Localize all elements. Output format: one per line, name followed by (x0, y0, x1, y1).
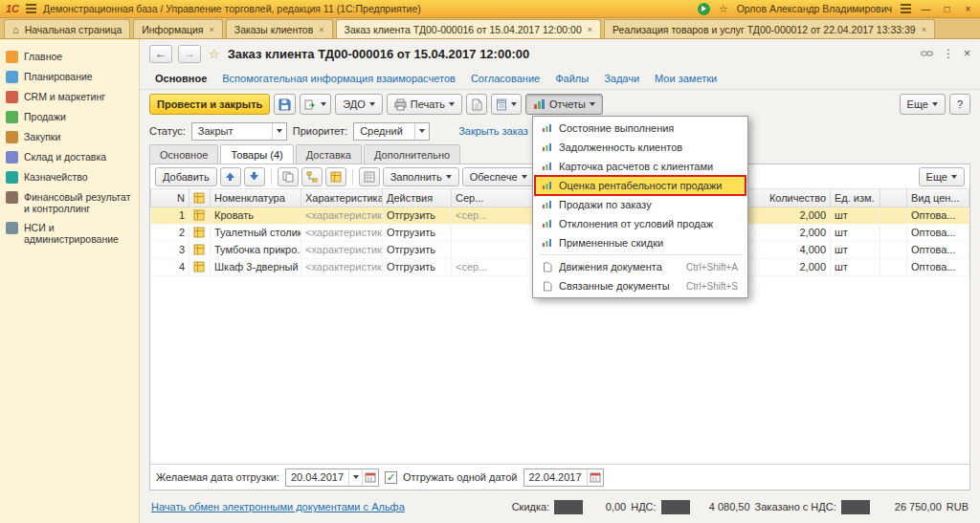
cell-nomenclature[interactable]: Шкаф 3-дверный (211, 258, 301, 275)
table-more-button[interactable]: Еще (919, 167, 965, 186)
col-nomenclature[interactable]: Номенклатура (211, 189, 301, 207)
service-menu-icon[interactable] (901, 4, 911, 13)
more-button[interactable]: Еще (900, 94, 946, 115)
cell-unit[interactable]: шт (831, 258, 880, 275)
cell-series[interactable]: <сер... (452, 207, 538, 224)
cell-quantity[interactable]: 2,000 (746, 258, 831, 275)
col-quantity[interactable]: Количество (746, 189, 831, 207)
menu-item-applied-discounts[interactable]: Примененные скидки (535, 233, 746, 252)
col-series[interactable]: Сер... (452, 189, 538, 207)
current-user[interactable]: Орлов Александр Владимирович (737, 3, 892, 14)
col-characteristic[interactable]: Характеристика (301, 189, 383, 207)
structure-button[interactable] (301, 167, 323, 186)
priority-combo[interactable]: Средний (353, 122, 430, 141)
add-row-button[interactable]: Добавить (155, 167, 217, 186)
grid-settings-button[interactable] (359, 167, 380, 186)
favorites-star-icon[interactable]: ☆ (719, 3, 728, 15)
cell-nomenclature[interactable]: Туалетный столик (211, 224, 301, 241)
sidebar-item-treasury[interactable]: Казначейство (0, 167, 139, 187)
menu-item-sales-by-order[interactable]: Продажи по заказу (535, 195, 746, 214)
cell-number[interactable]: 4 (151, 258, 189, 275)
sidebar-item-main[interactable]: Главное (0, 47, 139, 67)
discussions-icon[interactable] (698, 3, 710, 15)
col-price-type[interactable]: Вид цен... (907, 189, 969, 207)
sidebar-item-finance[interactable]: Финансовый результат и контроллинг (0, 187, 139, 218)
cell-action[interactable]: Отгрузить (383, 207, 452, 224)
navlink-tasks[interactable]: Задачи (604, 73, 639, 84)
edo-button[interactable]: ЭДО (335, 94, 383, 115)
col-row-icon[interactable] (189, 189, 211, 207)
calendar-icon[interactable] (587, 469, 603, 486)
import-table-button[interactable] (325, 167, 346, 186)
sidebar-item-crm[interactable]: CRM и маркетинг (0, 87, 139, 107)
cell-quantity[interactable]: 2,000 (746, 224, 831, 241)
fill-button[interactable]: Заполнить (383, 167, 459, 186)
cell-action[interactable]: Отгрузить (383, 241, 452, 258)
cell-quantity[interactable]: 2,000 (746, 207, 831, 224)
navlink-my-notes[interactable]: Мои заметки (655, 73, 717, 84)
maximize-button[interactable]: □ (941, 4, 953, 14)
cell-series[interactable]: <сер... (452, 258, 538, 275)
menu-item-deviations[interactable]: Отклонения от условий продаж (535, 214, 746, 233)
cell-number[interactable]: 1 (151, 207, 189, 224)
save-button[interactable] (274, 94, 296, 115)
menu-item-document-movements[interactable]: Движения документа Ctrl+Shift+A (535, 257, 746, 276)
move-up-button[interactable] (220, 167, 241, 186)
back-button[interactable]: ← (149, 45, 172, 63)
edi-exchange-link[interactable]: Начать обмен электронными документами с … (151, 501, 405, 512)
tab-sales-td00-000012[interactable]: Реализация товаров и услуг ТД00-000012 о… (604, 19, 935, 38)
close-order-link[interactable]: Закрыть заказ (458, 125, 528, 137)
cell-number[interactable]: 2 (151, 224, 189, 241)
close-form-icon[interactable]: × (964, 47, 970, 60)
cell-price-type[interactable]: Оптова... (907, 241, 969, 258)
navlink-approval[interactable]: Согласование (471, 73, 540, 84)
prices-discounts-button[interactable] (491, 94, 522, 115)
navlink-aux-info[interactable]: Вспомогательная информация взаиморасчето… (222, 73, 456, 84)
dropdown-arrow-icon[interactable] (272, 123, 286, 140)
status-combo[interactable]: Закрыт (191, 122, 287, 141)
single-date-field[interactable]: 22.04.2017 (523, 469, 604, 487)
menu-item-client-debt[interactable]: Задолженность клиентов (535, 138, 746, 157)
cell-action[interactable]: Отгрузить (383, 224, 452, 241)
attachments-button[interactable] (466, 94, 487, 115)
sidebar-item-warehouse[interactable]: Склад и доставка (0, 147, 139, 167)
cell-unit[interactable]: шт (831, 241, 880, 258)
tab-main[interactable]: Основное (149, 144, 218, 163)
cell-number[interactable]: 3 (151, 241, 189, 258)
tab-close-icon[interactable]: × (922, 25, 926, 34)
sidebar-item-planning[interactable]: Планирование (0, 67, 139, 87)
menu-item-sales-profitability[interactable]: Оценка рентабельности продажи (535, 176, 746, 195)
sidebar-item-sales[interactable]: Продажи (0, 107, 139, 127)
sidebar-item-admin[interactable]: НСИ и администрирование (0, 218, 139, 249)
calendar-icon[interactable] (362, 469, 378, 486)
tab-close-icon[interactable]: × (319, 25, 323, 34)
cell-series[interactable] (452, 241, 538, 258)
cell-characteristic[interactable]: <характеристики (301, 258, 383, 275)
dropdown-arrow-icon[interactable] (348, 469, 362, 486)
tab-additional[interactable]: Дополнительно (364, 144, 460, 163)
help-button[interactable]: ? (949, 94, 970, 115)
copy-row-button[interactable] (278, 167, 299, 186)
dropdown-arrow-icon[interactable] (414, 123, 429, 140)
move-down-button[interactable] (244, 167, 265, 186)
cell-unit[interactable]: шт (831, 207, 880, 224)
reports-button[interactable]: Отчеты (525, 94, 603, 115)
navlink-files[interactable]: Файлы (555, 73, 589, 84)
col-number[interactable]: N (151, 189, 189, 207)
link-icon[interactable] (921, 50, 933, 57)
navlink-main[interactable]: Основное (155, 73, 207, 84)
supply-button[interactable]: Обеспече (462, 167, 535, 186)
single-date-checkbox[interactable]: ✓ (385, 471, 397, 484)
col-unit[interactable]: Ед. изм. (831, 189, 880, 207)
hamburger-menu-icon[interactable] (26, 4, 36, 13)
forward-button[interactable]: → (178, 45, 201, 63)
col-actions[interactable]: Действия (383, 189, 452, 207)
cell-characteristic[interactable]: <характеристики (301, 224, 383, 241)
cell-series[interactable] (452, 224, 538, 241)
tab-close-icon[interactable]: × (588, 25, 592, 34)
tab-home[interactable]: ⌂ Начальная страница (4, 19, 130, 38)
cell-nomenclature[interactable]: Кровать (211, 207, 301, 224)
tab-customer-orders[interactable]: Заказы клиентов × (226, 19, 333, 38)
create-based-on-button[interactable] (300, 94, 331, 115)
minimize-button[interactable]: — (920, 4, 932, 14)
